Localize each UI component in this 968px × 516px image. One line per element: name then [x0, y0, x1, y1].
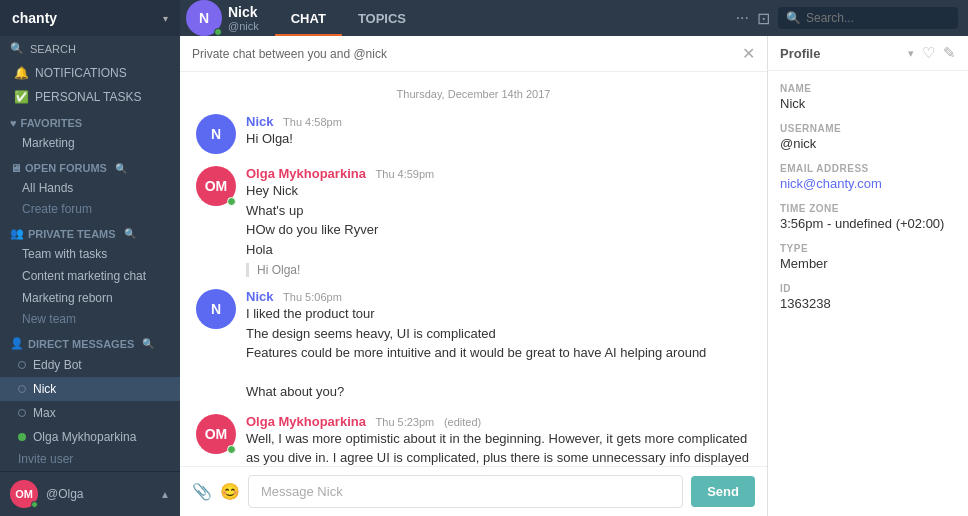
dm-eddy-label: Eddy Bot — [33, 358, 82, 372]
profile-email-label: EMAIL ADDRESS — [780, 163, 956, 174]
profile-header-actions: ▾ ♡ ✎ — [908, 44, 956, 62]
online-indicator — [31, 501, 38, 508]
message-author: Nick — [246, 289, 273, 304]
avatar: OM — [196, 166, 236, 206]
message-row: OM Olga Mykhoparkina Thu 4:59pm Hey Nick… — [196, 160, 751, 283]
topnav-user-handle: @nick — [228, 20, 259, 32]
close-chat-button[interactable]: ✕ — [742, 44, 755, 63]
send-button[interactable]: Send — [691, 476, 755, 507]
search-dm-icon[interactable]: 🔍 — [142, 338, 154, 349]
topnav: N Nick @nick CHAT TOPICS ··· ⊡ 🔍 — [180, 0, 968, 36]
personal-tasks-label: PERSONAL TASKS — [35, 90, 141, 104]
profile-type-label: TYPE — [780, 243, 956, 254]
profile-timezone-value: 3:56pm - undefined (+02:00) — [780, 216, 956, 231]
message-text — [246, 363, 751, 383]
sidebar-item-marketing[interactable]: Marketing — [0, 132, 180, 154]
message-author: Nick — [246, 114, 273, 129]
current-user-avatar: OM — [10, 480, 38, 508]
sidebar-item-team-tasks[interactable]: Team with tasks — [0, 243, 180, 265]
message-row: N Nick Thu 4:58pm Hi Olga! — [196, 108, 751, 160]
profile-field-name: NAME Nick — [780, 83, 956, 111]
more-options-button[interactable]: ··· — [736, 9, 749, 27]
sidebar-item-notifications[interactable]: 🔔 NOTIFICATIONS — [0, 61, 180, 85]
search-teams-icon[interactable]: 🔍 — [124, 228, 136, 239]
message-edited: (edited) — [444, 416, 481, 428]
dm-olga-label: Olga Mykhoparkina — [33, 430, 136, 444]
search-forums-icon[interactable]: 🔍 — [115, 163, 127, 174]
layout-button[interactable]: ⊡ — [757, 9, 770, 28]
tab-chat-label: CHAT — [291, 11, 326, 26]
notifications-label: NOTIFICATIONS — [35, 66, 127, 80]
profile-name-value: Nick — [780, 96, 956, 111]
profile-name-label: NAME — [780, 83, 956, 94]
chat-panel: Private chat between you and @nick ✕ Thu… — [180, 36, 768, 516]
message-input[interactable] — [248, 475, 683, 508]
sidebar-item-all-hands[interactable]: All Hands — [0, 177, 180, 199]
create-forum-label: Create forum — [22, 202, 92, 216]
online-dot — [227, 197, 236, 206]
status-dot-nick — [18, 385, 26, 393]
search-icon: 🔍 — [786, 11, 801, 25]
new-team-label: New team — [22, 312, 76, 326]
search-wrap: 🔍 — [778, 7, 958, 29]
sidebar-header[interactable]: chanty ▾ — [0, 0, 180, 36]
dm-item-eddy-bot[interactable]: Eddy Bot — [0, 353, 180, 377]
topnav-user-avatar: N — [186, 0, 222, 36]
search-input[interactable] — [778, 7, 958, 29]
message-text: Hola — [246, 240, 751, 260]
message-body: Nick Thu 5:06pm I liked the product tour… — [246, 289, 751, 402]
emoji-icon[interactable]: 😊 — [220, 482, 240, 501]
profile-timezone-label: TIME ZONE — [780, 203, 956, 214]
message-text: Hi Olga! — [246, 129, 751, 149]
profile-email-value[interactable]: nick@chanty.com — [780, 176, 956, 191]
topnav-user-name: Nick — [228, 4, 259, 20]
new-team-link[interactable]: New team — [0, 309, 180, 329]
dm-item-max[interactable]: Max — [0, 401, 180, 425]
profile-dropdown-icon[interactable]: ▾ — [908, 47, 914, 60]
message-row: OM Olga Mykhoparkina Thu 5:23pm (edited)… — [196, 408, 751, 467]
marketing-label: Marketing — [22, 136, 75, 150]
tab-topics-label: TOPICS — [358, 11, 406, 26]
sidebar-item-content-marketing[interactable]: Content marketing chat — [0, 265, 180, 287]
attachment-icon[interactable]: 📎 — [192, 482, 212, 501]
direct-messages-label: DIRECT MESSAGES — [28, 338, 134, 350]
profile-body: NAME Nick USERNAME @nick EMAIL ADDRESS n… — [768, 71, 968, 335]
current-user-initials: OM — [15, 488, 33, 500]
profile-username-label: USERNAME — [780, 123, 956, 134]
tab-chat[interactable]: CHAT — [275, 0, 342, 36]
main-area: N Nick @nick CHAT TOPICS ··· ⊡ 🔍 — [180, 0, 968, 516]
topnav-user-info: Nick @nick — [228, 4, 259, 32]
workspace-title: chanty — [12, 10, 57, 26]
sidebar-item-marketing-reborn[interactable]: Marketing reborn — [0, 287, 180, 309]
favorite-button[interactable]: ♡ — [922, 44, 935, 62]
message-text: Hey Nick — [246, 181, 751, 201]
tab-topics[interactable]: TOPICS — [342, 0, 422, 36]
sidebar-footer[interactable]: OM @Olga ▲ — [0, 471, 180, 516]
message-text: HOw do you like Ryver — [246, 220, 751, 240]
footer-arrow[interactable]: ▲ — [160, 489, 170, 500]
all-hands-label: All Hands — [22, 181, 73, 195]
profile-field-timezone: TIME ZONE 3:56pm - undefined (+02:00) — [780, 203, 956, 231]
profile-header: Profile ▾ ♡ ✎ — [768, 36, 968, 71]
topnav-tabs: CHAT TOPICS — [275, 0, 422, 36]
status-dot-max — [18, 409, 26, 417]
profile-field-id: ID 1363238 — [780, 283, 956, 311]
avatar: N — [196, 114, 236, 154]
profile-field-email: EMAIL ADDRESS nick@chanty.com — [780, 163, 956, 191]
avatar: N — [196, 289, 236, 329]
search-icon: 🔍 — [10, 42, 24, 55]
invite-user-link[interactable]: Invite user — [0, 449, 180, 469]
message-text: What's up — [246, 201, 751, 221]
sidebar-item-personal-tasks[interactable]: ✅ PERSONAL TASKS — [0, 85, 180, 109]
open-forums-section: 🖥 OPEN FORUMS 🔍 — [0, 154, 180, 177]
profile-field-username: USERNAME @nick — [780, 123, 956, 151]
dm-item-nick[interactable]: Nick — [0, 377, 180, 401]
dm-item-olga[interactable]: Olga Mykhoparkina — [0, 425, 180, 449]
sidebar-search[interactable]: 🔍 SEARCH — [0, 36, 180, 61]
private-teams-label: PRIVATE TEAMS — [28, 228, 116, 240]
workspace-dropdown-icon[interactable]: ▾ — [163, 13, 168, 24]
message-text: What about you? — [246, 382, 751, 402]
topnav-initials: N — [199, 10, 209, 26]
create-forum-link[interactable]: Create forum — [0, 199, 180, 219]
edit-profile-button[interactable]: ✎ — [943, 44, 956, 62]
